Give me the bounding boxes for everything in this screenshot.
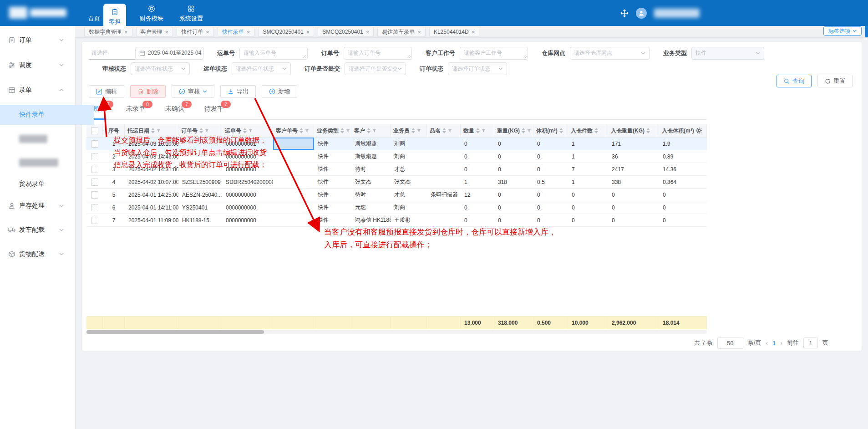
table-row-1[interactable]: 12025-04-03 16:10:000000000001快件斯敏潮趣刘商00… xyxy=(86,138,707,150)
column-settings-gear-icon[interactable] xyxy=(696,127,703,134)
filter-2-0-select[interactable]: 请选择审核状态 xyxy=(131,62,190,75)
close-icon[interactable]: × xyxy=(165,29,169,35)
page-tab[interactable]: SMCQ20250401× xyxy=(318,27,374,37)
sort-icon[interactable] xyxy=(476,128,480,133)
date-range-input[interactable]: 2025-04-01至2025-04-30 xyxy=(135,47,203,60)
filter-funnel-icon[interactable] xyxy=(371,129,376,133)
filter-funnel-icon[interactable] xyxy=(446,129,452,133)
page-tab[interactable]: 快件订单× xyxy=(177,27,214,37)
table-row-6[interactable]: 62025-04-01 14:11:00YS2504010000000000快件… xyxy=(86,201,707,214)
move-icon[interactable] xyxy=(620,9,629,17)
filter-funnel-icon[interactable] xyxy=(525,129,531,133)
column-header-品名[interactable]: 品名 xyxy=(427,124,461,137)
current-page-button[interactable]: 1 xyxy=(772,340,776,347)
sort-icon[interactable] xyxy=(522,128,525,133)
view-tab-1[interactable]: 未录单0 xyxy=(126,105,145,113)
horizontal-scrollbar-thumb[interactable] xyxy=(86,330,264,334)
sidebar-item-1[interactable]: 调度 xyxy=(0,55,75,75)
column-header-序号[interactable]: 序号 xyxy=(103,124,125,137)
filter-2-3-select[interactable]: 请选择订单状态 xyxy=(448,62,507,75)
page-tab[interactable]: 客户管理× xyxy=(136,27,173,37)
filter-1-5-select[interactable]: 请选择仓库网点 xyxy=(570,47,650,60)
column-header-重量(KG)[interactable]: 重量(KG) xyxy=(494,124,533,137)
resize-handle-icon[interactable] xyxy=(407,55,411,58)
top-nav-item-1[interactable]: 首页 xyxy=(83,0,106,26)
close-icon[interactable]: × xyxy=(206,29,209,35)
resize-handle-icon[interactable] xyxy=(303,55,306,58)
sort-icon[interactable] xyxy=(299,128,303,133)
top-nav-item-4[interactable]: 系统设置 xyxy=(174,0,208,26)
filter-2-2-select[interactable]: 请选择订单是否提交 xyxy=(345,62,406,75)
view-tab-0[interactable]: 所有7 xyxy=(93,105,106,113)
table-row-3[interactable]: 32025-04-02 14:31:000000000000快件待时才总0007… xyxy=(86,163,707,176)
page-tab[interactable]: 易达装车录单× xyxy=(377,27,426,37)
sort-icon[interactable] xyxy=(367,128,371,133)
filter-2-1-select[interactable]: 请选择运单状态 xyxy=(232,62,291,75)
prev-page-button[interactable]: ‹ xyxy=(766,339,768,347)
sidebar-item-3[interactable]: 快件录单 xyxy=(0,105,94,125)
goto-page-input[interactable] xyxy=(803,337,818,348)
filter-1-4-textarea[interactable]: 请输客户工作号 xyxy=(460,47,528,60)
row-checkbox[interactable] xyxy=(91,204,98,211)
sidebar-item-blurred[interactable] xyxy=(0,153,94,173)
filter-funnel-icon[interactable] xyxy=(415,129,421,133)
filter-1-2-textarea[interactable]: 请输入运单号 xyxy=(239,47,308,60)
sidebar-item-blurred[interactable] xyxy=(0,129,94,149)
sidebar-item-8[interactable]: 发车配载 xyxy=(0,220,75,240)
column-header-业务类型[interactable]: 业务类型 xyxy=(314,124,351,137)
column-header-客户[interactable]: 客户 xyxy=(351,124,391,137)
next-page-button[interactable]: › xyxy=(780,339,782,347)
toolbar-button-导出[interactable]: 导出 xyxy=(220,85,256,98)
column-header-入仓重量(KG)[interactable]: 入仓重量(KG) xyxy=(608,124,659,137)
query-button-查询[interactable]: 查询 xyxy=(777,75,812,87)
close-icon[interactable]: × xyxy=(306,29,310,35)
close-icon[interactable]: × xyxy=(124,29,128,35)
sidebar-item-6[interactable]: 贸易录单 xyxy=(0,174,94,194)
sort-icon[interactable] xyxy=(594,128,598,133)
table-row-2[interactable]: 22025-04-03 14:46:000000000000快件斯敏潮趣刘商00… xyxy=(86,150,707,163)
close-icon[interactable]: × xyxy=(472,29,475,35)
sidebar-item-2[interactable]: 录单 xyxy=(0,80,75,100)
view-tab-3[interactable]: 待发车7 xyxy=(204,105,223,113)
close-icon[interactable]: × xyxy=(417,29,421,35)
query-button-重置[interactable]: 重置 xyxy=(817,75,853,87)
sort-icon[interactable] xyxy=(411,128,415,133)
row-checkbox[interactable] xyxy=(91,217,98,224)
filter-funnel-icon[interactable] xyxy=(344,129,350,133)
toolbar-button-删除[interactable]: 删除 xyxy=(130,85,166,98)
column-header-体积(m³)[interactable]: 体积(m³) xyxy=(533,124,568,137)
filter-funnel-icon[interactable] xyxy=(247,129,253,133)
column-header-业务员[interactable]: 业务员 xyxy=(391,124,427,137)
filter-funnel-icon[interactable] xyxy=(155,129,161,133)
filter-funnel-icon[interactable] xyxy=(480,129,486,133)
page-tab[interactable]: KL25044014D× xyxy=(429,27,479,37)
close-icon[interactable]: × xyxy=(247,29,250,35)
page-tab[interactable]: SMCQ20250401× xyxy=(258,27,314,37)
table-row-5[interactable]: 52025-04-01 14:25:00AESZN-25040...000000… xyxy=(86,189,707,201)
column-header-运单号[interactable]: 运单号 xyxy=(222,124,273,137)
avatar[interactable] xyxy=(636,8,647,19)
view-tab-2[interactable]: 未确认7 xyxy=(165,105,184,113)
filter-1-3-textarea[interactable]: 请输入订单号 xyxy=(344,47,412,60)
sort-icon[interactable] xyxy=(340,128,344,133)
column-header-托运日期[interactable]: 托运日期 xyxy=(125,124,178,137)
tag-options-button[interactable]: 标签选项 xyxy=(823,26,862,36)
sort-icon[interactable] xyxy=(559,128,563,133)
sort-icon[interactable] xyxy=(151,128,155,133)
toolbar-button-审核[interactable]: 审核 xyxy=(172,85,214,98)
sort-icon[interactable] xyxy=(442,128,446,133)
toolbar-button-编辑[interactable]: 编辑 xyxy=(89,85,124,98)
table-row-4[interactable]: 42025-04-02 10:07:00SZSEL2500909SDDR2504… xyxy=(86,176,707,189)
column-header-订单号[interactable]: 订单号 xyxy=(178,124,222,137)
filter-funnel-icon[interactable] xyxy=(303,129,309,133)
toolbar-button-新增[interactable]: 新增 xyxy=(262,85,297,98)
sort-icon[interactable] xyxy=(199,128,203,133)
filter-1-6-select[interactable]: 快件 xyxy=(691,47,764,60)
sidebar-item-0[interactable]: 订单 xyxy=(0,30,75,50)
column-header-数量[interactable]: 数量 xyxy=(461,124,494,137)
sidebar-item-7[interactable]: 库存处理 xyxy=(0,196,75,216)
sort-icon[interactable] xyxy=(646,128,650,133)
chipbar-edge[interactable] xyxy=(865,26,868,37)
top-nav-item-3[interactable]: 财务模块 xyxy=(134,0,169,26)
table-row-7[interactable]: 72025-04-01 11:09:00HK1188-150000000000快… xyxy=(86,214,707,227)
